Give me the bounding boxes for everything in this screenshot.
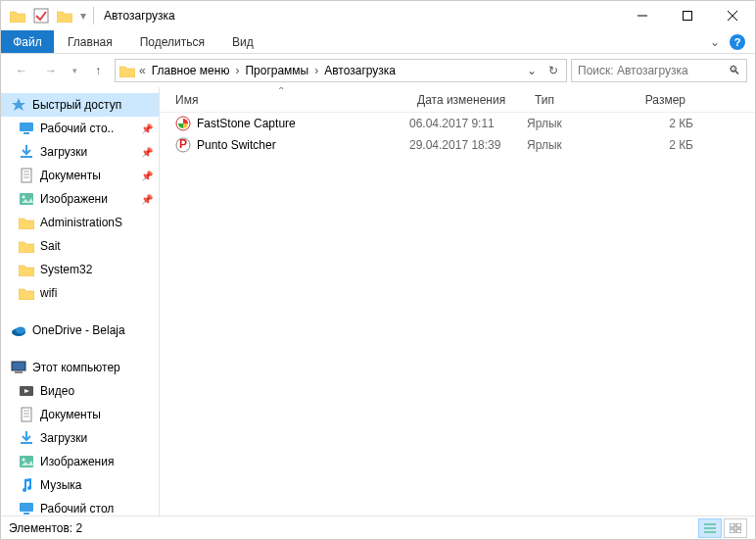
ribbon-tab-home[interactable]: Главная [54, 30, 126, 53]
sidebar-item[interactable]: Загрузки📌 [1, 140, 159, 164]
crumb-2[interactable]: Автозагрузка [320, 60, 400, 81]
star-icon [11, 97, 26, 113]
ribbon-file-tab[interactable]: Файл [1, 30, 54, 53]
ribbon-expand-icon[interactable]: ⌄ [710, 35, 720, 49]
recent-dropdown[interactable]: ▾ [68, 58, 81, 83]
ribbon: Файл Главная Поделиться Вид ⌄ ? [1, 30, 755, 54]
ribbon-tab-view[interactable]: Вид [218, 30, 267, 53]
sidebar-item[interactable]: AdministrationS [1, 211, 159, 234]
folder-icon [19, 238, 34, 254]
file-row[interactable]: Punto Switcher29.04.2017 18:39Ярлык2 КБ [160, 134, 755, 156]
pin-icon: 📌 [141, 123, 153, 134]
view-details-button[interactable] [698, 518, 722, 538]
sidebar-item-label: wifi [40, 286, 57, 300]
sidebar-item[interactable]: Sait [1, 234, 159, 258]
maximize-button[interactable] [665, 1, 710, 30]
sidebar-item-label: Документы [40, 169, 101, 182]
sidebar-quick-access[interactable]: Быстрый доступ [1, 93, 159, 117]
address-folder-icon [118, 65, 137, 77]
crumb-sep-icon[interactable]: › [312, 64, 320, 77]
pin-icon: 📌 [141, 194, 153, 205]
sidebar-label: Быстрый доступ [32, 98, 121, 112]
sidebar-item[interactable]: Видео [1, 379, 159, 403]
refresh-button[interactable]: ↻ [543, 60, 564, 81]
pictures-icon [19, 454, 34, 469]
file-name: FastStone Capture [197, 117, 296, 130]
sidebar-item[interactable]: wifi [1, 281, 159, 305]
file-size: 2 КБ [625, 117, 693, 130]
titlebar: ▾ Автозагрузка [1, 1, 755, 30]
crumb-1[interactable]: Программы [241, 60, 312, 81]
window-title: Автозагрузка [104, 9, 175, 23]
sidebar-item-label: Sait [40, 239, 61, 253]
address-dropdown-icon[interactable]: ⌄ [521, 60, 543, 81]
sidebar-item[interactable]: System32 [1, 258, 159, 281]
column-size[interactable]: Размер [625, 93, 693, 107]
help-icon[interactable]: ? [730, 34, 745, 50]
downloads-icon [19, 430, 34, 446]
address-bar[interactable]: « Главное меню › Программы › Автозагрузк… [115, 59, 567, 82]
qat-properties-icon[interactable] [30, 5, 52, 26]
file-type: Ярлык [527, 138, 625, 152]
sidebar-item[interactable]: Загрузки [1, 426, 159, 450]
crumb-root-sep[interactable]: « [137, 64, 148, 77]
sidebar-item-label: Документы [40, 408, 101, 421]
sidebar-item[interactable]: Музыка [1, 473, 159, 497]
sidebar-item[interactable]: Рабочий стол [1, 497, 159, 515]
sidebar-item[interactable]: Изображени📌 [1, 187, 159, 211]
search-input[interactable] [578, 64, 729, 77]
qat-folder-icon[interactable] [54, 5, 75, 26]
svg-rect-28 [730, 529, 734, 533]
column-headers: ⌃ Имя Дата изменения Тип Размер [160, 87, 755, 113]
search-icon[interactable]: 🔍︎ [729, 64, 740, 77]
folder-icon[interactable] [7, 5, 28, 26]
up-button[interactable]: ↑ [85, 58, 111, 83]
sidebar-item[interactable]: Документы [1, 403, 159, 426]
documents-icon [19, 407, 34, 422]
file-row[interactable]: FastStone Capture06.04.2017 9:11Ярлык2 К… [160, 113, 755, 134]
svg-rect-20 [684, 12, 692, 21]
music-icon [19, 477, 34, 493]
sidebar-label: OneDrive - Belaja [32, 323, 125, 337]
folder-icon [19, 285, 34, 301]
file-size: 2 КБ [625, 138, 693, 152]
pc-icon [11, 360, 26, 375]
file-date: 06.04.2017 9:11 [409, 117, 527, 130]
crumb-sep-icon[interactable]: › [233, 64, 241, 77]
ribbon-tab-share[interactable]: Поделиться [126, 30, 218, 53]
sort-indicator-icon: ⌃ [277, 87, 285, 96]
folder-icon [19, 215, 34, 230]
sidebar-onedrive[interactable]: OneDrive - Belaja [1, 319, 159, 342]
sidebar-item-label: Изображения [40, 455, 114, 468]
svg-rect-27 [736, 523, 741, 527]
file-type: Ярлык [527, 117, 625, 130]
column-date[interactable]: Дата изменения [409, 93, 527, 107]
search-box[interactable]: 🔍︎ [571, 59, 747, 82]
sidebar-item[interactable]: Рабочий сто..📌 [1, 117, 159, 140]
close-button[interactable] [710, 1, 755, 30]
crumb-0[interactable]: Главное меню [148, 60, 234, 81]
sidebar-item-label: Изображени [40, 192, 108, 206]
back-button[interactable]: ← [9, 58, 34, 83]
file-list[interactable]: FastStone Capture06.04.2017 9:11Ярлык2 К… [160, 113, 755, 515]
qat-dropdown-icon[interactable]: ▾ [77, 5, 89, 26]
svg-rect-29 [736, 529, 741, 533]
content-pane: ⌃ Имя Дата изменения Тип Размер FastSton… [160, 87, 755, 515]
sidebar-item[interactable]: Документы📌 [1, 164, 159, 187]
sidebar-item-label: Загрузки [40, 145, 87, 159]
nav-row: ← → ▾ ↑ « Главное меню › Программы › Авт… [1, 54, 755, 87]
sidebar-item-label: Загрузки [40, 431, 87, 445]
view-icons-button[interactable] [724, 518, 747, 538]
sidebar-item-label: Видео [40, 384, 74, 398]
sidebar-item[interactable]: Изображения [1, 450, 159, 473]
sidebar[interactable]: Быстрый доступ Рабочий сто..📌Загрузки📌До… [1, 87, 160, 515]
column-type[interactable]: Тип [527, 93, 625, 107]
svg-rect-26 [730, 523, 734, 527]
separator [93, 7, 94, 25]
pin-icon: 📌 [141, 147, 153, 158]
video-icon [19, 383, 34, 399]
minimize-button[interactable] [620, 1, 665, 30]
desktop-icon [19, 501, 34, 515]
forward-button[interactable]: → [38, 58, 64, 83]
sidebar-this-pc[interactable]: Этот компьютер [1, 356, 159, 379]
